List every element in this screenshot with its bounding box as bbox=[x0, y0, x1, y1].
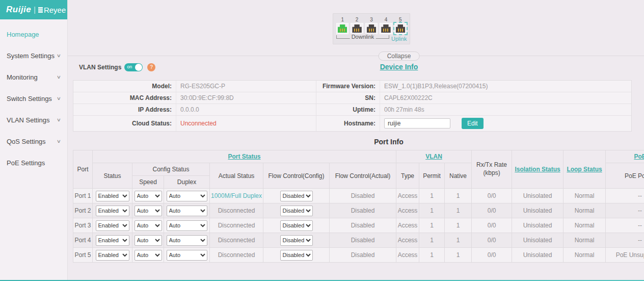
speed-select[interactable]: Auto bbox=[135, 235, 162, 246]
speed-select[interactable]: Auto bbox=[135, 206, 162, 216]
speed-select[interactable]: Auto bbox=[135, 191, 162, 201]
poe-power-cell: -- bbox=[606, 233, 644, 248]
duplex-select-cell: Auto bbox=[164, 233, 210, 248]
status-select-cell: Enabled bbox=[93, 248, 132, 263]
device-info-link[interactable]: Device Info bbox=[380, 63, 418, 71]
sidebar-item-label: QoS Settings bbox=[7, 138, 46, 145]
uplink-label: Uplink bbox=[391, 36, 407, 42]
port-diagram-panel: 12345 Downlink Uplink bbox=[333, 13, 410, 44]
vlan-toggle-group: VLAN Settings on ? bbox=[79, 63, 155, 71]
sidebar-item-monitoring[interactable]: Monitoring∨ bbox=[0, 66, 67, 88]
actual-status-cell: Disconnected bbox=[210, 218, 263, 233]
downlink-bracket: Downlink bbox=[336, 35, 389, 39]
loop-cell: Normal bbox=[564, 248, 606, 263]
duplex-select[interactable]: Auto bbox=[167, 191, 207, 201]
poe-power-cell: -- bbox=[606, 218, 644, 233]
duplex-select[interactable]: Auto bbox=[167, 220, 207, 231]
isolation-cell: Unisolated bbox=[512, 233, 564, 248]
status-select-cell: Enabled bbox=[93, 203, 132, 218]
sidebar-item-qos-settings[interactable]: QoS Settings∨ bbox=[0, 131, 67, 152]
duplex-select[interactable]: Auto bbox=[167, 235, 207, 246]
flow-control-config-select-cell: Disabled bbox=[263, 203, 330, 218]
chevron-down-icon: ∨ bbox=[57, 96, 61, 101]
sidebar-item-switch-settings[interactable]: Switch Settings∨ bbox=[0, 88, 67, 109]
col-native: Native bbox=[445, 163, 472, 189]
poe-link[interactable]: PoE bbox=[634, 153, 644, 160]
duplex-select[interactable]: Auto bbox=[167, 206, 207, 216]
collapse-button[interactable]: Collapse bbox=[379, 52, 420, 61]
flow-control-config-select[interactable]: Disabled bbox=[280, 220, 313, 231]
mac-value: 30:0D:9E:CF:99:8D bbox=[176, 92, 316, 104]
sidebar-item-vlan-settings[interactable]: VLAN Settings∨ bbox=[0, 109, 67, 131]
port-icon-2[interactable] bbox=[351, 23, 363, 34]
device-row: IP Address: 0.0.0.0 Uptime: 00h 27min 48… bbox=[73, 104, 631, 116]
flow-control-config-select[interactable]: Disabled bbox=[280, 235, 313, 246]
speed-select[interactable]: Auto bbox=[135, 220, 162, 231]
col-permit: Permit bbox=[419, 163, 445, 189]
port-number-row: 12345 bbox=[336, 17, 407, 23]
flow-control-config-select[interactable]: Disabled bbox=[280, 206, 313, 216]
loop-cell: Normal bbox=[564, 203, 606, 218]
chevron-down-icon: ∨ bbox=[57, 117, 61, 122]
status-select[interactable]: Enabled bbox=[96, 220, 129, 231]
vlan-device-row: VLAN Settings on ? Device Info bbox=[73, 62, 644, 76]
vlan-settings-toggle[interactable]: on bbox=[124, 63, 143, 71]
rate-cell: 0/0 bbox=[472, 203, 512, 218]
rj45-jack-icon bbox=[396, 24, 405, 33]
sidebar-item-label: PoE Settings bbox=[7, 159, 45, 167]
poe-power-cell: -- bbox=[606, 203, 644, 218]
sidebar-item-system-settings[interactable]: System Settings∨ bbox=[0, 45, 67, 66]
flow-control-config-select[interactable]: Disabled bbox=[280, 191, 313, 201]
chevron-down-icon: ∨ bbox=[57, 139, 61, 144]
flow-control-config-select-cell: Disabled bbox=[263, 233, 330, 248]
port-number: 4 bbox=[380, 17, 392, 22]
duplex-select[interactable]: Auto bbox=[167, 250, 207, 261]
isolation-status-link[interactable]: Isolation Status bbox=[515, 166, 560, 173]
port-icon-1[interactable] bbox=[336, 23, 348, 34]
col-flow-config: Flow Control(Config) bbox=[263, 163, 330, 189]
edit-button[interactable]: Edit bbox=[462, 118, 484, 129]
status-select[interactable]: Enabled bbox=[96, 235, 129, 246]
toggle-knob bbox=[135, 64, 142, 71]
status-select[interactable]: Enabled bbox=[96, 250, 129, 261]
col-speed: Speed bbox=[132, 176, 164, 189]
flow-control-actual-cell: Disabled bbox=[330, 189, 396, 203]
port-cell: Port 4 bbox=[73, 233, 93, 248]
poe-power-cell: -- bbox=[606, 189, 644, 203]
sn-label: SN: bbox=[316, 92, 380, 104]
sidebar-item-poe-settings[interactable]: PoE Settings bbox=[0, 152, 67, 173]
port-cell: Port 3 bbox=[73, 218, 93, 233]
duplex-select-cell: Auto bbox=[164, 203, 210, 218]
port-icon-3[interactable] bbox=[365, 23, 378, 34]
port-icon-4[interactable] bbox=[380, 23, 392, 34]
col-status: Status bbox=[93, 163, 132, 189]
hostname-input[interactable] bbox=[384, 118, 450, 129]
port-status-link[interactable]: Port Status bbox=[228, 153, 261, 160]
reyee-cjk-mark-icon bbox=[38, 7, 43, 13]
toggle-on-text: on bbox=[127, 64, 132, 69]
mac-label: MAC Address: bbox=[73, 92, 176, 104]
flow-control-config-select-cell: Disabled bbox=[263, 218, 330, 233]
speed-select-cell: Auto bbox=[132, 189, 164, 203]
chevron-down-icon: ∨ bbox=[57, 53, 61, 58]
sidebar-item-label: Monitoring bbox=[7, 73, 38, 81]
poe-power-cell: PoE Unsupported bbox=[606, 248, 644, 263]
vlan-link[interactable]: VLAN bbox=[425, 153, 442, 160]
speed-select[interactable]: Auto bbox=[135, 250, 162, 261]
status-select[interactable]: Enabled bbox=[96, 191, 129, 201]
port-icon-5[interactable] bbox=[394, 23, 407, 34]
sidebar-item-homepage[interactable]: Homepage bbox=[0, 23, 67, 45]
native-cell: 1 bbox=[445, 248, 472, 263]
status-select[interactable]: Enabled bbox=[96, 206, 129, 216]
hostname-label: Hostname: bbox=[316, 116, 380, 131]
rate-cell: 0/0 bbox=[472, 218, 512, 233]
port-info-title: Port Info bbox=[73, 138, 644, 146]
flow-control-config-select[interactable]: Disabled bbox=[280, 250, 313, 261]
loop-status-link[interactable]: Loop Status bbox=[567, 166, 602, 173]
flow-control-actual-cell: Disabled bbox=[330, 233, 396, 248]
main-area: 12345 Downlink Uplink Collapse VLAN Sett… bbox=[68, 0, 644, 281]
ip-value: 0.0.0.0 bbox=[176, 104, 316, 115]
isolation-cell: Unisolated bbox=[512, 203, 564, 218]
help-icon[interactable]: ? bbox=[147, 63, 155, 71]
port-cell: Port 1 bbox=[73, 189, 93, 203]
